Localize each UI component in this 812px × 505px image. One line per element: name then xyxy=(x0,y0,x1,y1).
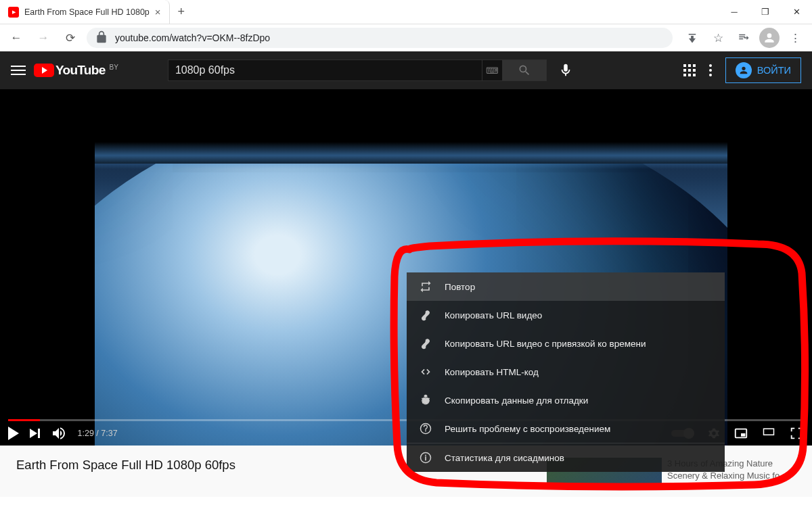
info-icon xyxy=(419,451,432,464)
loop-icon xyxy=(419,280,432,293)
menu-copy-url[interactable]: Копировать URL видео xyxy=(407,301,725,329)
bug-icon xyxy=(419,393,432,407)
menu-label: Повтор xyxy=(445,282,475,292)
signin-avatar-icon xyxy=(736,62,752,78)
browser-tab[interactable]: Earth From Space Full HD 1080p × xyxy=(0,0,170,24)
new-tab-button[interactable]: + xyxy=(170,0,194,24)
profile-avatar[interactable] xyxy=(758,27,781,49)
youtube-header: YouTube BY ⌨ ВОЙТИ xyxy=(0,51,812,89)
back-button[interactable]: ← xyxy=(5,27,27,49)
time-display: 1:29 / 7:37 xyxy=(78,429,118,438)
browser-toolbar: ← → ⟳ youtube.com/watch?v=OKM--8fzDpo ☆ … xyxy=(0,24,812,51)
more-options-icon[interactable] xyxy=(709,64,712,76)
url-text: youtube.com/watch?v=OKM--8fzDpo xyxy=(115,32,270,43)
help-icon xyxy=(419,422,432,435)
menu-label: Копировать URL видео xyxy=(445,310,542,320)
search-box: ⌨ xyxy=(168,59,547,81)
close-window-button[interactable]: ✕ xyxy=(781,0,812,24)
player-context-menu: Повтор Копировать URL видео Копировать U… xyxy=(407,272,725,472)
search-input[interactable] xyxy=(168,59,482,81)
maximize-button[interactable]: ❐ xyxy=(750,0,781,24)
menu-label: Копировать HTML-код xyxy=(445,367,539,377)
menu-label: Скопировать данные для отладки xyxy=(445,395,588,406)
hamburger-menu-icon[interactable] xyxy=(11,60,26,80)
menu-label: Решить проблему с воспроизведением xyxy=(445,424,610,434)
voice-search-button[interactable] xyxy=(552,57,579,84)
download-icon[interactable] xyxy=(681,27,704,49)
youtube-logo-text: YouTube xyxy=(55,63,106,78)
close-tab-icon[interactable]: × xyxy=(155,6,161,18)
signin-button[interactable]: ВОЙТИ xyxy=(725,57,801,83)
svg-point-6 xyxy=(424,400,426,402)
link-icon xyxy=(419,308,432,322)
code-icon xyxy=(419,365,432,379)
bookmark-icon[interactable]: ☆ xyxy=(706,27,729,49)
browser-menu-icon[interactable]: ⋮ xyxy=(784,27,807,49)
menu-loop[interactable]: Повтор xyxy=(407,272,725,301)
tab-title: Earth From Space Full HD 1080p xyxy=(24,7,150,17)
youtube-favicon xyxy=(8,7,19,18)
link-icon xyxy=(419,337,432,350)
signin-label: ВОЙТИ xyxy=(757,65,791,76)
menu-copy-embed[interactable]: Копировать HTML-код xyxy=(407,358,725,386)
youtube-logo-icon xyxy=(34,64,54,77)
menu-label: Копировать URL видео с привязкой ко врем… xyxy=(445,339,646,349)
minimize-button[interactable]: ─ xyxy=(719,0,750,24)
menu-troubleshoot[interactable]: Решить проблему с воспроизведением xyxy=(407,414,725,443)
play-button[interactable] xyxy=(8,427,19,440)
volume-button[interactable] xyxy=(51,425,67,441)
reading-list-icon[interactable] xyxy=(732,27,755,49)
menu-copy-url-time[interactable]: Копировать URL видео с привязкой ко врем… xyxy=(407,329,725,358)
keyboard-icon[interactable]: ⌨ xyxy=(482,59,503,81)
menu-stats[interactable]: Статистика для сисадминов xyxy=(407,443,725,472)
svg-rect-4 xyxy=(764,429,774,435)
reload-button[interactable]: ⟳ xyxy=(60,27,81,49)
search-button[interactable] xyxy=(503,59,547,81)
menu-copy-debug[interactable]: Скопировать данные для отладки xyxy=(407,386,725,414)
theater-mode-icon[interactable] xyxy=(761,427,777,439)
lock-icon xyxy=(95,30,108,46)
youtube-logo[interactable]: YouTube BY xyxy=(34,63,118,78)
next-button[interactable] xyxy=(30,429,40,438)
window-titlebar: Earth From Space Full HD 1080p × + ─ ❐ ✕ xyxy=(0,0,812,24)
forward-button[interactable]: → xyxy=(32,27,54,49)
address-bar[interactable]: youtube.com/watch?v=OKM--8fzDpo xyxy=(87,28,673,48)
window-controls: ─ ❐ ✕ xyxy=(719,0,812,24)
miniplayer-icon[interactable] xyxy=(734,426,748,441)
fullscreen-icon[interactable] xyxy=(789,426,804,441)
apps-grid-icon[interactable] xyxy=(683,64,696,76)
svg-rect-3 xyxy=(741,433,745,437)
menu-label: Статистика для сисадминов xyxy=(445,453,564,463)
youtube-region: BY xyxy=(110,64,118,71)
